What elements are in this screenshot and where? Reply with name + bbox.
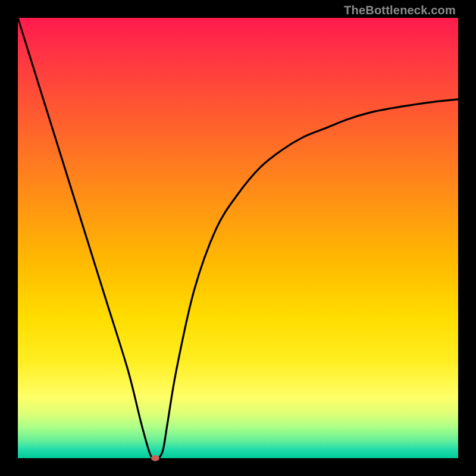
plot-area (18, 18, 458, 458)
chart-frame: TheBottleneck.com (0, 0, 476, 476)
minimum-marker (151, 455, 159, 461)
curve-svg (18, 18, 458, 458)
curve-path (18, 18, 458, 458)
watermark-text: TheBottleneck.com (344, 4, 456, 17)
